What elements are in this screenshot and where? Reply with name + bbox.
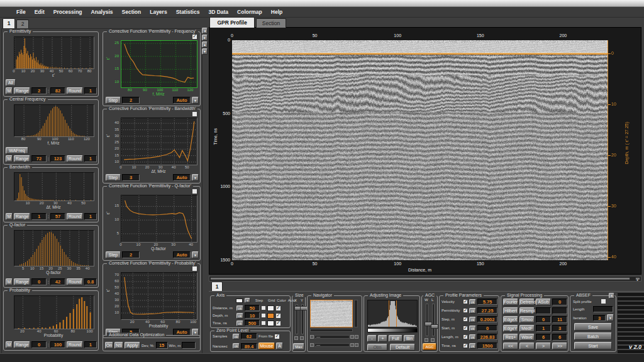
nav-slider2-left-box[interactable] — [310, 343, 314, 347]
profile-horizontal-scrollbar[interactable]: ▸ — [209, 276, 641, 282]
menu-3d-data[interactable]: 3D Data — [208, 9, 228, 15]
window-resize-grip[interactable]: v 2.0 — [618, 292, 644, 354]
edgey-button[interactable]: EdgeY — [503, 325, 518, 332]
param-checkbox[interactable] — [463, 317, 468, 322]
signal-empty-field[interactable] — [552, 307, 567, 314]
param-value[interactable]: 27.25 — [477, 307, 497, 314]
range-button[interactable]: Range — [14, 213, 30, 220]
menu-edit[interactable]: Edit — [35, 9, 45, 15]
param-checkbox[interactable] — [463, 326, 468, 331]
range-button[interactable]: Range — [14, 278, 30, 285]
wave-button[interactable]: Wave — [519, 334, 535, 341]
auto-checkbox[interactable] — [275, 305, 281, 311]
round-button[interactable]: Round — [67, 341, 83, 348]
start-button[interactable]: Start — [574, 342, 612, 349]
smoo-button[interactable]: Smoo — [519, 316, 535, 323]
samples-value[interactable]: 62 — [241, 333, 257, 339]
size-y-slider[interactable] — [301, 304, 304, 334]
m-button[interactable]: M — [6, 213, 13, 220]
menu-colormap[interactable]: Colormap — [237, 9, 262, 15]
from-file-checkbox[interactable] — [274, 334, 280, 339]
range-from-value[interactable]: 72 — [31, 155, 47, 162]
auto-checkbox[interactable] — [275, 313, 281, 319]
param-checkbox[interactable] — [463, 299, 468, 304]
fourier-button[interactable]: Fourier — [503, 299, 518, 305]
scrollbar-thumb[interactable] — [210, 277, 630, 280]
nav-slider2[interactable] — [314, 343, 350, 347]
agc-button[interactable]: AGC — [423, 343, 436, 350]
color-swatch[interactable] — [267, 313, 274, 319]
otm-button[interactable]: Otm — [367, 344, 387, 351]
range-from-value[interactable]: 1 — [31, 213, 47, 220]
menu-processing[interactable]: Processing — [53, 9, 82, 15]
navigator-thumbnail[interactable] — [310, 300, 353, 327]
navigator-vscroll[interactable] — [354, 300, 358, 327]
signal-value[interactable]: 1 — [536, 325, 551, 332]
enable-checkbox[interactable] — [192, 266, 197, 272]
batch-button[interactable]: Batch — [574, 332, 612, 340]
edgex-button[interactable]: EdgeX — [503, 316, 518, 323]
range-button[interactable]: Range — [14, 341, 30, 348]
round-value[interactable]: 0.8 — [84, 278, 97, 285]
split-profile-checkbox[interactable] — [601, 299, 606, 304]
signal-value[interactable]: 0 — [536, 316, 551, 323]
auto-select[interactable]: Auto — [173, 174, 191, 181]
on-button[interactable]: On — [105, 342, 113, 349]
param-value[interactable]: 226.83 — [477, 334, 497, 340]
contrast-minus-button[interactable]: - — [367, 335, 377, 342]
length-value[interactable] — [593, 306, 613, 312]
signal-value[interactable]: 6 — [536, 334, 551, 341]
tab-section[interactable]: Section — [256, 18, 286, 28]
round-button[interactable]: Round — [67, 87, 83, 94]
max-button[interactable]: Max — [293, 343, 304, 350]
nav-slider2-box-a[interactable] — [350, 343, 354, 347]
signal-empty-field[interactable] — [536, 307, 551, 314]
ok-button[interactable]: ok — [236, 321, 243, 326]
step-forward-all-button[interactable]: >> — [552, 343, 567, 349]
signal-value[interactable]: 6 — [552, 334, 567, 341]
enable-checkbox[interactable] — [192, 189, 197, 194]
asub-button[interactable]: ASub — [536, 299, 551, 305]
round-value[interactable]: 1 — [84, 155, 97, 162]
step-button[interactable]: Step — [106, 251, 121, 258]
res-plus-button[interactable]: Res+ — [503, 334, 518, 341]
amplitude-histogram[interactable] — [367, 300, 418, 327]
signal-value[interactable]: 11 — [552, 316, 567, 323]
chevron-down-icon[interactable]: ▼ — [607, 314, 614, 321]
range-from-value[interactable]: 0 — [31, 341, 47, 348]
range-to-value[interactable]: 57 — [50, 213, 65, 220]
grid-checkbox[interactable] — [261, 313, 266, 318]
range-to-value[interactable]: 42 — [50, 278, 65, 285]
menu-analysis[interactable]: Analysis — [91, 9, 113, 15]
default-button[interactable]: Default — [390, 344, 415, 351]
round-value[interactable]: 1 — [84, 213, 97, 220]
axis-add-button[interactable]: + — [245, 298, 250, 303]
step-value[interactable]: 500 — [245, 320, 260, 326]
step-back-button[interactable]: < — [519, 343, 535, 349]
splitter-collapse-icon[interactable]: ◂ — [202, 28, 208, 34]
menu-section[interactable]: Section — [122, 9, 142, 15]
ok-button[interactable]: ok — [469, 343, 476, 349]
bottom-tab-1[interactable]: 1 — [211, 282, 223, 291]
contrast-plus-button[interactable]: + — [378, 335, 387, 342]
auto-select[interactable]: Auto — [173, 97, 191, 104]
grid-checkbox[interactable] — [261, 321, 266, 326]
round-button[interactable]: Round — [67, 278, 83, 285]
range-to-value[interactable]: 100 — [50, 341, 65, 348]
chevron-down-icon[interactable]: ▼ — [192, 174, 199, 181]
param-value[interactable]: 5.75 — [477, 299, 497, 305]
menu-statistics[interactable]: Statistics — [176, 9, 200, 15]
nav-slider1-box-a[interactable] — [350, 335, 354, 339]
param-checkbox[interactable] — [463, 308, 468, 313]
panel-splitter[interactable]: ◂ ▸ ▴ ▾ — [202, 28, 208, 352]
nav-slider1-left-box[interactable] — [310, 335, 314, 339]
splitter-up-icon[interactable]: ▴ — [202, 41, 208, 48]
dev-value[interactable]: 15 — [156, 342, 168, 349]
ok-button[interactable]: ok — [233, 343, 240, 349]
nav-slider2-box-b[interactable] — [355, 343, 358, 347]
ok-button[interactable]: ok — [469, 326, 476, 331]
size-x-box[interactable] — [294, 336, 298, 340]
range-to-value[interactable]: 123 — [50, 155, 65, 162]
color-swatch[interactable] — [267, 305, 274, 311]
nanosec-value[interactable]: 89.4 — [241, 343, 257, 349]
